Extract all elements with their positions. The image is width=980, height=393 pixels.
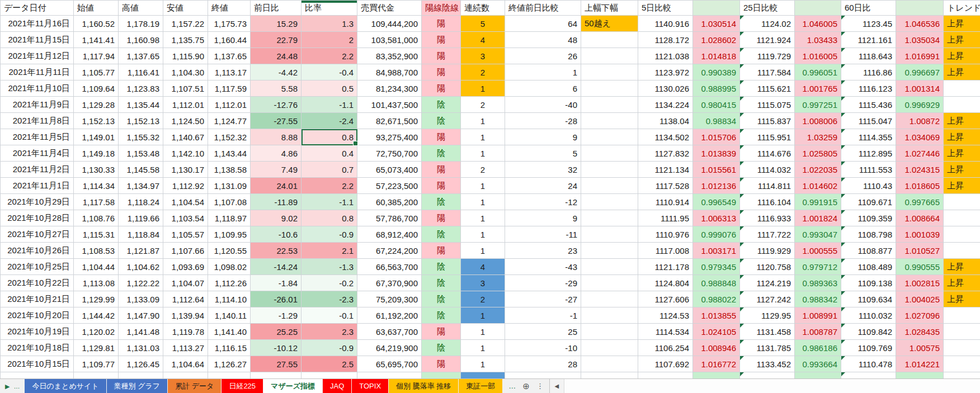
cell-value[interactable]: 84,988,700 (357, 64, 422, 81)
cell-width_note[interactable] (581, 48, 638, 64)
cell-ratio[interactable]: 0.5 (301, 81, 357, 97)
cell-candle[interactable]: 陽 (422, 162, 461, 178)
cell-open[interactable]: 1,149.01 (74, 129, 119, 145)
sheet-tab-今日のまとめサイト[interactable]: 今日のまとめサイト (25, 379, 106, 393)
cell-open[interactable]: 1,129.28 (74, 97, 119, 113)
cell-date[interactable]: 2021年11月4日 (1, 145, 74, 162)
cell-d60r[interactable]: 1.010527 (896, 243, 944, 259)
cell-d60r[interactable]: 1.00575 (896, 340, 944, 356)
cell-width_note[interactable] (581, 97, 638, 113)
cell-d25[interactable]: 1116.104 (740, 194, 795, 210)
cell-value[interactable]: 66,563,700 (357, 259, 422, 275)
cell-width_note[interactable] (581, 113, 638, 129)
column-header-open[interactable]: 始値 (74, 1, 119, 16)
cell-d60r[interactable]: 0.997665 (896, 194, 944, 210)
cell-d25r[interactable]: 1.001824 (795, 210, 841, 226)
cell-high[interactable]: 1,116.41 (119, 64, 163, 81)
cell-width_note[interactable] (581, 32, 638, 48)
cell-d5[interactable]: 1130.026 (638, 81, 693, 97)
cell-value[interactable] (357, 372, 422, 379)
cell-d25r[interactable]: 0.993664 (795, 356, 841, 372)
cell-date[interactable]: 2021年10月18日 (1, 340, 74, 356)
cell-high[interactable]: 1,178.19 (119, 16, 163, 32)
cell-open[interactable]: 1,104.44 (74, 259, 119, 275)
cell-ratio[interactable] (301, 372, 357, 379)
cell-date[interactable]: 2021年11月10日 (1, 81, 74, 97)
cell-date[interactable]: 2021年11月2日 (1, 162, 74, 178)
cell-d25[interactable]: 1119.729 (740, 48, 795, 64)
column-header-low[interactable]: 安値 (163, 1, 208, 16)
cell-width_note[interactable] (581, 178, 638, 194)
cell-value[interactable]: 72,750,700 (357, 145, 422, 162)
cell-low[interactable]: 1,135.75 (163, 32, 208, 48)
cell-close_comp[interactable]: -11 (505, 226, 581, 243)
cell-change[interactable]: 7.49 (251, 162, 301, 178)
sheet-tab-個別 騰落率 推移[interactable]: 個別 騰落率 推移 (389, 379, 458, 393)
cell-d5[interactable]: 1107.692 (638, 356, 693, 372)
cell-close_comp[interactable]: 48 (505, 32, 581, 48)
cell-d60[interactable]: 1115.436 (841, 97, 896, 113)
column-header-date[interactable]: データ日付 (1, 1, 74, 16)
cell-d5r[interactable]: 1.003171 (693, 243, 740, 259)
cell-d5[interactable]: 1117.528 (638, 178, 693, 194)
column-header-width_note[interactable]: 上幅下幅 (581, 1, 638, 16)
cell-d60[interactable]: 1109.359 (841, 210, 896, 226)
cell-open[interactable]: 1,108.76 (74, 210, 119, 226)
cell-width_note[interactable] (581, 129, 638, 145)
cell-low[interactable]: 1,112.01 (163, 97, 208, 113)
cell-value[interactable]: 61,192,200 (357, 307, 422, 324)
cell-close_comp[interactable]: -1 (505, 307, 581, 324)
cell-d60r[interactable]: 1.004025 (896, 291, 944, 307)
cell-ratio[interactable]: 0.4 (301, 145, 357, 162)
cell-change[interactable]: -4.42 (251, 64, 301, 81)
cell-candle[interactable]: 陰 (422, 340, 461, 356)
cell-low[interactable]: 1,140.67 (163, 129, 208, 145)
cell-streak[interactable]: 3 (461, 275, 505, 291)
cell-d25[interactable]: 1115.837 (740, 113, 795, 129)
cell-ratio[interactable]: -0.9 (301, 226, 357, 243)
cell-ratio[interactable]: -2.4 (301, 113, 357, 129)
cell-open[interactable]: 1,144.42 (74, 307, 119, 324)
cell-candle[interactable] (422, 372, 461, 379)
cell-value[interactable]: 67,224,200 (357, 243, 422, 259)
cell-ratio[interactable]: 1.3 (301, 16, 357, 32)
cell-candle[interactable]: 陰 (422, 226, 461, 243)
cell-d5r[interactable]: 1.024105 (693, 324, 740, 340)
cell-streak[interactable]: 4 (461, 259, 505, 275)
cell-date[interactable]: 2021年10月21日 (1, 291, 74, 307)
cell-streak[interactable]: 1 (461, 324, 505, 340)
sheet-tab-activeマザーズ指標[interactable]: マザーズ指標 (263, 379, 322, 393)
cell-width_note[interactable]: 50越え (581, 16, 638, 32)
cell-d60[interactable]: 1110.478 (841, 356, 896, 372)
cell-width_note[interactable] (581, 210, 638, 226)
cell-value[interactable]: 65,073,400 (357, 162, 422, 178)
cell-width_note[interactable] (581, 145, 638, 162)
cell-d60[interactable]: 1116.86 (841, 64, 896, 81)
cell-low[interactable]: 1,124.50 (163, 113, 208, 129)
cell-streak[interactable]: 2 (461, 97, 505, 113)
cell-d60[interactable]: 1108.489 (841, 259, 896, 275)
cell-d60r[interactable]: 1.034069 (896, 129, 944, 145)
cell-d5r[interactable]: 0.988022 (693, 291, 740, 307)
cell-open[interactable]: 1,141.41 (74, 32, 119, 48)
cell-high[interactable]: 1,104.62 (119, 259, 163, 275)
cell-d5r[interactable]: 1.012136 (693, 178, 740, 194)
cell-d5r[interactable]: 0.996549 (693, 194, 740, 210)
cell-width_note[interactable] (581, 340, 638, 356)
cell-trend[interactable] (944, 324, 980, 340)
cell-ratio[interactable]: 2 (301, 32, 357, 48)
cell-high[interactable]: 1,118.24 (119, 194, 163, 210)
cell-close_comp[interactable]: 25 (505, 324, 581, 340)
cell-change[interactable]: -14.24 (251, 259, 301, 275)
column-header-trend[interactable]: トレンド判定 (944, 1, 980, 16)
cell-candle[interactable]: 陰 (422, 194, 461, 210)
cell-trend[interactable] (944, 340, 980, 356)
cell-low[interactable]: 1,130.17 (163, 162, 208, 178)
column-header-d5r[interactable] (693, 1, 740, 16)
cell-high[interactable]: 1,134.97 (119, 178, 163, 194)
cell-close[interactable]: 1,116.15 (208, 340, 251, 356)
cell-d60[interactable] (841, 372, 896, 379)
cell-d25r[interactable]: 0.996051 (795, 64, 841, 81)
cell-candle[interactable]: 陰 (422, 275, 461, 291)
column-header-ratio[interactable]: 比率 (301, 1, 357, 16)
